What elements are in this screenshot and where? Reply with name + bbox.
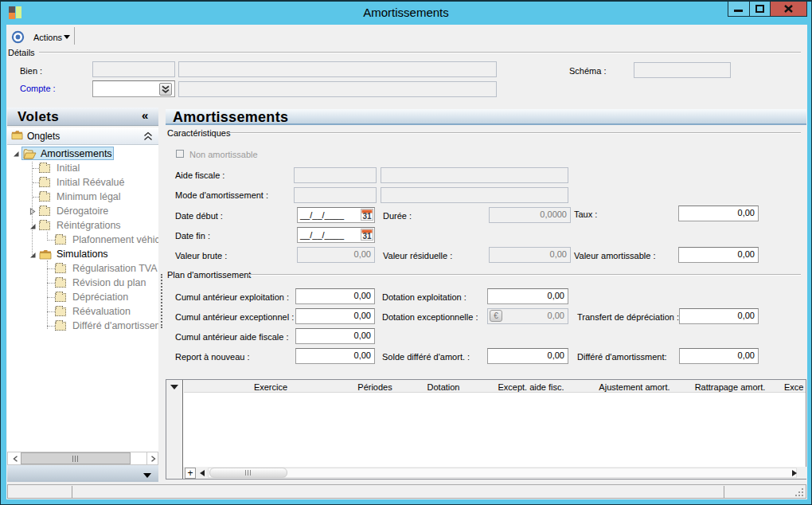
svg-text:31: 31: [362, 212, 372, 221]
svg-text:31: 31: [362, 232, 372, 241]
